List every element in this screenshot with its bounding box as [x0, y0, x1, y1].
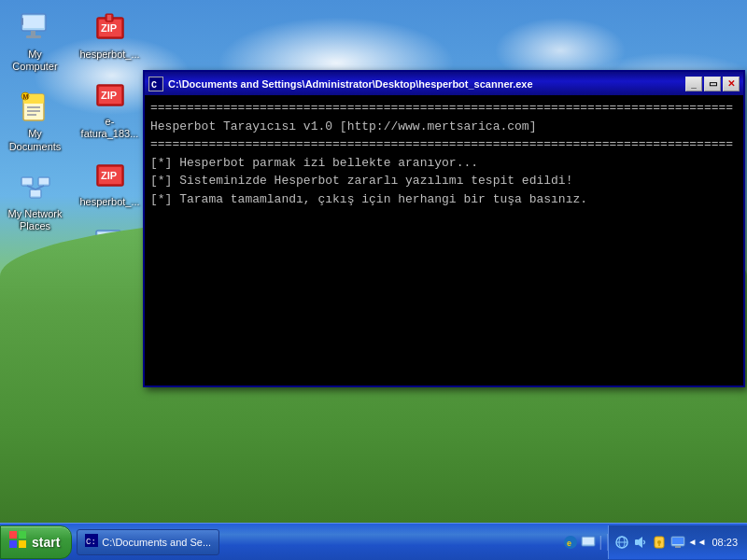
quick-launch: e | [558, 534, 608, 551]
hesperbot3-icon[interactable]: ✓ hesperbot_... [75, 219, 145, 280]
internet-explorer-icon[interactable]: e Internet Explorer [0, 244, 70, 316]
efatura2-label: e-fatura_183... [79, 330, 140, 355]
my-computer-img [17, 9, 54, 47]
volume-tray-icon[interactable] [633, 535, 648, 550]
cmd-title: C:\Documents and Settings\Administrator\… [168, 78, 685, 90]
svg-rect-48 [101, 253, 114, 256]
svg-rect-51 [97, 297, 123, 323]
more-tray-icon[interactable]: ◄◄ [689, 535, 704, 550]
my-documents-icon[interactable]: M My Documents [0, 84, 70, 157]
svg-rect-47 [105, 249, 110, 253]
svg-rect-17 [31, 190, 40, 196]
cmd-title-buttons: _ ▭ ✕ [685, 77, 740, 91]
start-button[interactable]: start [0, 525, 72, 559]
efatura2-icon[interactable]: e-fatura_183... [75, 287, 145, 359]
my-documents-img: M [17, 89, 54, 126]
internet-explorer-label: Internet Explorer [5, 287, 65, 312]
hesperbot1-img: ZIP [92, 9, 129, 47]
cmd-window[interactable]: C C:\Documents and Settings\Administrato… [143, 70, 745, 387]
show-desktop-icon[interactable] [581, 535, 596, 550]
svg-rect-28 [31, 336, 40, 341]
svg-rect-54 [103, 315, 118, 317]
my-computer-label: My Computer [5, 49, 65, 73]
svg-line-19 [35, 186, 44, 189]
recycle-bin-icon[interactable]: Recycle Bin [0, 324, 70, 385]
my-computer-icon[interactable]: My Computer [0, 5, 70, 77]
efatura1-icon[interactable]: ZIP e-fatura_183... [75, 72, 145, 145]
cmd-line-3: ========================================… [150, 135, 738, 154]
svg-text:ZIP: ZIP [101, 90, 117, 101]
svg-text:e: e [29, 257, 34, 266]
svg-rect-75 [672, 538, 684, 544]
cmd-titlebar: C C:\Documents and Settings\Administrato… [145, 72, 743, 95]
start-logo [8, 530, 27, 553]
svg-point-72 [657, 540, 661, 544]
svg-rect-58 [19, 531, 26, 539]
efatura1-label: e-fatura_183... [79, 116, 140, 140]
svg-rect-76 [675, 546, 681, 548]
active-window-label: C:\Documents and Se... [102, 537, 211, 548]
svg-rect-46 [98, 232, 119, 245]
quicklaunch-separator: | [599, 534, 602, 551]
active-window-button[interactable]: C: C:\Documents and Se... [77, 529, 219, 555]
network-tray-icon[interactable] [614, 535, 629, 550]
ie-quicklaunch-icon[interactable]: e [563, 535, 578, 550]
hesperbot3-label: hesperbot_... [79, 263, 139, 275]
svg-text:ZIP: ZIP [101, 170, 117, 181]
recycle-bin-img [17, 329, 54, 366]
my-network-icon[interactable]: My Network Places [0, 164, 70, 237]
hesperbot2-label: hesperbot_... [79, 196, 139, 208]
internet-explorer-img: e [17, 248, 54, 286]
monitor-tray-icon[interactable] [670, 535, 685, 550]
efatura2-img [92, 291, 129, 329]
svg-rect-15 [39, 178, 49, 184]
cmd-close-button[interactable]: ✕ [723, 77, 740, 91]
svg-point-53 [106, 302, 115, 312]
svg-text:ZIP: ZIP [101, 22, 117, 34]
cmd-line-5: [*] Sisteminizde Hesperbot zararlı yazıl… [150, 172, 738, 190]
svg-point-49 [113, 245, 126, 258]
my-documents-label: My Documents [5, 128, 65, 152]
svg-text:M: M [22, 93, 28, 100]
svg-rect-52 [99, 299, 121, 321]
start-label: start [32, 535, 60, 550]
svg-line-18 [27, 186, 35, 189]
cmd-icon: C [148, 77, 163, 91]
svg-rect-13 [22, 178, 32, 184]
svg-rect-66 [583, 538, 594, 544]
cmd-line-2: Hesperbot Tarayıcısı v1.0 [http://www.me… [150, 118, 738, 136]
svg-rect-26 [26, 342, 45, 358]
hesperbot1-icon[interactable]: ZIP hesperbot_... [75, 5, 145, 65]
active-window-icon: C: [85, 534, 98, 550]
my-network-label: My Network Places [5, 208, 65, 232]
desktop-folder-label: Desktop [16, 502, 53, 514]
svg-rect-1 [23, 16, 44, 28]
taskbar-time: 08:23 [708, 537, 741, 548]
hesperbot2-icon[interactable]: ZIP hesperbot_... [75, 152, 145, 213]
hesperbot2-img: ZIP [92, 157, 129, 194]
cmd-line-4: [*] Hesperbot parmak izi bellekte aranıy… [150, 154, 738, 173]
cmd-body: ========================================… [145, 95, 743, 385]
svg-text:e: e [567, 539, 571, 548]
cmd-line-6: [*] Tarama tamamlandı, çıkış için herhan… [150, 190, 738, 209]
svg-rect-9 [27, 114, 36, 116]
efatura1-img: ZIP [92, 77, 129, 114]
files-icon[interactable]: files [0, 391, 70, 452]
security-tray-icon[interactable] [652, 535, 667, 550]
cmd-line-1: ========================================… [150, 99, 738, 118]
hesperbot1-label: hesperbot_... [79, 49, 139, 61]
recycle-bin-label: Recycle Bin [7, 368, 62, 380]
svg-text:✓: ✓ [116, 246, 123, 256]
system-tray: ◄◄ 08:23 [608, 525, 747, 559]
svg-rect-3 [26, 35, 41, 38]
svg-text:C:: C: [86, 538, 96, 547]
desktop-icons-col1: My Computer M My Documents [0, 5, 70, 524]
cmd-restore-button[interactable]: ▭ [704, 77, 721, 91]
svg-rect-27 [24, 340, 47, 343]
svg-rect-7 [27, 106, 40, 108]
cmd-minimize-button[interactable]: _ [685, 77, 702, 91]
svg-point-20 [22, 254, 49, 280]
my-network-img [17, 169, 54, 206]
svg-rect-8 [27, 110, 40, 112]
desktop-folder-icon[interactable]: Desktop [0, 458, 70, 519]
